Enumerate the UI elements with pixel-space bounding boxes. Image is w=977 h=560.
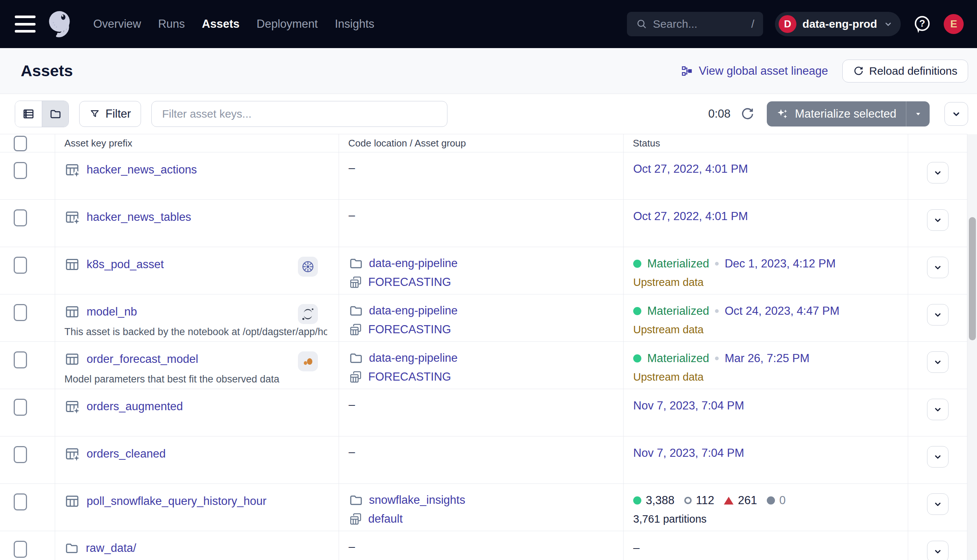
view-mode-toggle <box>15 101 69 127</box>
asset-link[interactable]: order_forecast_model <box>87 352 198 366</box>
asset-link[interactable]: hacker_news_tables <box>87 210 191 224</box>
asset-link[interactable]: raw_data/ <box>86 542 136 555</box>
materialized-label: Materialized <box>647 304 709 318</box>
asset-group-link[interactable]: default <box>368 512 402 526</box>
asset-name-line: k8s_pod_asset <box>64 257 330 272</box>
asset-name-line: poll_snowflake_query_history_hour <box>64 493 330 509</box>
reload-definitions-button[interactable]: Reload definitions <box>842 60 969 82</box>
nav-item-overview[interactable]: Overview <box>93 17 141 31</box>
empty-value: – <box>349 208 616 222</box>
status-line: MaterializedOct 24, 2023, 4:47 PM <box>633 304 900 318</box>
row-expand-button[interactable] <box>927 304 949 325</box>
asset-link[interactable]: k8s_pod_asset <box>87 258 164 271</box>
dagster-logo-icon[interactable] <box>45 8 76 40</box>
row-expand-button[interactable] <box>927 209 949 231</box>
hamburger-menu-icon[interactable] <box>15 15 35 33</box>
asset-link[interactable]: model_nb <box>87 305 137 318</box>
row-checkbox[interactable] <box>14 257 27 274</box>
asset-key-cell: orders_cleaned <box>55 437 339 483</box>
flat-view-button[interactable] <box>15 101 42 127</box>
folder-icon <box>349 493 363 507</box>
row-select-cell <box>0 484 55 531</box>
row-expand-button[interactable] <box>927 541 949 560</box>
row-expand-button[interactable] <box>927 162 949 183</box>
materialization-date-link[interactable]: Oct 27, 2022, 4:01 PM <box>633 210 748 223</box>
row-checkbox[interactable] <box>14 209 27 227</box>
more-actions-button[interactable] <box>944 102 968 126</box>
asset-description: This asset is backed by the notebook at … <box>64 326 327 338</box>
refresh-countdown: 0:08 <box>708 107 730 121</box>
workspace-switcher[interactable]: D data-eng-prod <box>775 12 901 36</box>
in-progress-glyph-icon <box>767 497 775 505</box>
materialize-selected-button[interactable]: Materialize selected <box>767 102 930 127</box>
empty-value: – <box>349 445 616 458</box>
materialization-date-link[interactable]: Oct 27, 2022, 4:01 PM <box>633 162 748 176</box>
user-avatar[interactable]: E <box>944 14 964 34</box>
filter-button[interactable]: Filter <box>79 101 141 127</box>
directory-view-button[interactable] <box>42 101 68 127</box>
asset-link[interactable]: orders_augmented <box>87 400 183 413</box>
code-location-link[interactable]: snowflake_insights <box>369 493 465 507</box>
row-actions-cell <box>908 389 967 436</box>
asset-link[interactable]: hacker_news_actions <box>87 163 197 177</box>
materialization-date-link[interactable]: Dec 1, 2023, 4:12 PM <box>725 257 836 270</box>
materialization-date-link[interactable]: Oct 24, 2023, 4:47 PM <box>725 304 839 318</box>
row-expand-button[interactable] <box>927 446 949 468</box>
upstream-data-note: Upstream data <box>633 371 900 383</box>
materialized-label: Materialized <box>647 257 709 270</box>
nav-item-runs[interactable]: Runs <box>158 17 185 31</box>
row-expand-button[interactable] <box>927 399 949 420</box>
filter-asset-keys-input[interactable] <box>151 101 448 127</box>
asset-group-link[interactable]: FORECASTING <box>368 370 451 383</box>
table-icon <box>64 257 80 272</box>
asset-link[interactable]: orders_cleaned <box>87 447 166 460</box>
view-global-asset-lineage-link[interactable]: View global asset lineage <box>681 64 828 78</box>
materialization-date-link[interactable]: Nov 7, 2023, 7:04 PM <box>633 399 744 412</box>
materialize-options-caret[interactable] <box>906 102 930 127</box>
code-location-link[interactable]: data-eng-pipeline <box>369 257 458 270</box>
asset-group-link[interactable]: FORECASTING <box>368 323 451 336</box>
asset-link[interactable]: poll_snowflake_query_history_hour <box>87 495 266 508</box>
nav-item-insights[interactable]: Insights <box>335 17 374 31</box>
row-checkbox[interactable] <box>14 493 27 510</box>
status-line: MaterializedDec 1, 2023, 4:12 PM <box>633 257 900 270</box>
nav-item-assets[interactable]: Assets <box>202 17 240 31</box>
row-checkbox[interactable] <box>14 399 27 416</box>
table-row: model_nbThis asset is backed by the note… <box>0 295 967 342</box>
chevron-down-icon <box>951 108 962 120</box>
code-location-link[interactable]: data-eng-pipeline <box>369 304 458 317</box>
row-expand-button[interactable] <box>927 352 949 373</box>
row-checkbox[interactable] <box>14 162 27 179</box>
row-expand-button[interactable] <box>927 493 949 515</box>
row-checkbox[interactable] <box>14 541 27 558</box>
chevron-down-icon <box>933 452 943 462</box>
select-all-checkbox[interactable] <box>14 136 27 151</box>
materialization-date-link[interactable]: Mar 26, 7:25 PM <box>725 352 809 365</box>
search-input[interactable] <box>653 18 746 30</box>
materialization-date-link[interactable]: Nov 7, 2023, 7:04 PM <box>633 447 744 460</box>
table-row: hacker_news_tables–Oct 27, 2022, 4:01 PM <box>0 200 967 247</box>
row-actions-cell <box>908 484 967 531</box>
asset-group-line: FORECASTING <box>349 370 616 384</box>
nav-item-deployment[interactable]: Deployment <box>256 17 317 31</box>
partition-count-missing: 112 <box>684 494 714 507</box>
primary-nav: OverviewRunsAssetsDeploymentInsights <box>93 17 374 31</box>
row-checkbox[interactable] <box>14 352 27 368</box>
kubernetes-icon <box>301 260 315 274</box>
upstream-data-note: Upstream data <box>633 276 900 288</box>
scrollbar-thumb[interactable] <box>969 217 976 340</box>
code-location-link[interactable]: data-eng-pipeline <box>369 352 458 365</box>
partition-count-in-progress: 0 <box>767 494 786 507</box>
row-expand-button[interactable] <box>927 257 949 278</box>
global-search[interactable]: / <box>627 12 763 36</box>
row-checkbox[interactable] <box>14 446 27 463</box>
refresh-now-icon[interactable] <box>740 107 755 121</box>
asset-key-cell: poll_snowflake_query_history_hour <box>55 484 339 531</box>
row-checkbox[interactable] <box>14 304 27 321</box>
column-header-asset-key-prefix: Asset key prefix <box>55 134 339 152</box>
table-row: hacker_news_actions–Oct 27, 2022, 4:01 P… <box>0 152 967 200</box>
asset-group-link[interactable]: FORECASTING <box>368 275 451 289</box>
help-icon[interactable]: ? <box>913 15 932 34</box>
asset-group-icon <box>349 323 363 337</box>
asset-group-line: FORECASTING <box>349 275 616 289</box>
